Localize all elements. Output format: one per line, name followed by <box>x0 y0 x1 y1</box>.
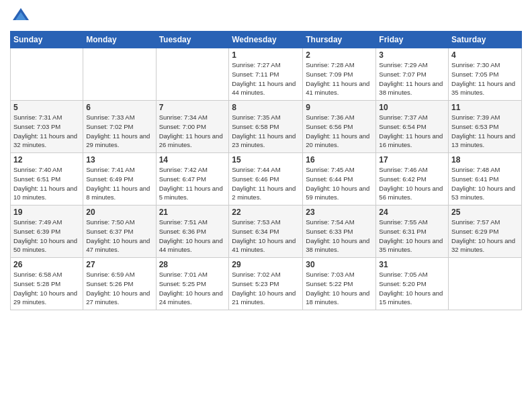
day-number: 8 <box>232 103 300 112</box>
day-number: 10 <box>379 103 445 112</box>
day-number: 22 <box>232 208 300 217</box>
day-info: Sunrise: 7:45 AM Sunset: 6:44 PM Dayligh… <box>306 165 373 202</box>
calendar-cell: 24Sunrise: 7:55 AM Sunset: 6:31 PM Dayli… <box>376 205 449 258</box>
calendar-cell: 22Sunrise: 7:53 AM Sunset: 6:34 PM Dayli… <box>229 205 303 258</box>
calendar-cell: 30Sunrise: 7:03 AM Sunset: 5:22 PM Dayli… <box>303 258 376 310</box>
day-info: Sunrise: 7:54 AM Sunset: 6:33 PM Dayligh… <box>306 218 373 255</box>
calendar-cell: 20Sunrise: 7:50 AM Sunset: 6:37 PM Dayli… <box>83 205 156 258</box>
calendar-cell <box>156 48 229 101</box>
weekday-header-sunday: Sunday <box>11 32 83 48</box>
day-number: 30 <box>306 260 373 269</box>
week-row-4: 26Sunrise: 6:58 AM Sunset: 5:28 PM Dayli… <box>11 258 522 310</box>
calendar-cell: 21Sunrise: 7:51 AM Sunset: 6:36 PM Dayli… <box>156 205 229 258</box>
day-info: Sunrise: 7:41 AM Sunset: 6:49 PM Dayligh… <box>86 165 152 202</box>
calendar-cell: 7Sunrise: 7:34 AM Sunset: 7:00 PM Daylig… <box>156 101 229 153</box>
day-info: Sunrise: 7:49 AM Sunset: 6:39 PM Dayligh… <box>13 218 80 255</box>
day-info: Sunrise: 7:37 AM Sunset: 6:54 PM Dayligh… <box>379 113 445 150</box>
day-info: Sunrise: 7:40 AM Sunset: 6:51 PM Dayligh… <box>13 165 80 202</box>
week-row-0: 1Sunrise: 7:27 AM Sunset: 7:11 PM Daylig… <box>11 48 522 101</box>
logo-icon <box>11 7 30 26</box>
day-number: 3 <box>379 50 445 60</box>
calendar-cell: 3Sunrise: 7:29 AM Sunset: 7:07 PM Daylig… <box>376 48 449 101</box>
calendar-table: SundayMondayTuesdayWednesdayThursdayFrid… <box>10 31 522 310</box>
day-number: 1 <box>232 50 300 60</box>
day-info: Sunrise: 7:35 AM Sunset: 6:58 PM Dayligh… <box>232 113 300 150</box>
calendar-cell: 8Sunrise: 7:35 AM Sunset: 6:58 PM Daylig… <box>229 101 303 153</box>
calendar-cell: 16Sunrise: 7:45 AM Sunset: 6:44 PM Dayli… <box>303 153 376 205</box>
day-number: 25 <box>451 208 519 217</box>
calendar-cell: 12Sunrise: 7:40 AM Sunset: 6:51 PM Dayli… <box>11 153 83 205</box>
day-info: Sunrise: 7:29 AM Sunset: 7:07 PM Dayligh… <box>379 60 445 97</box>
calendar-cell: 4Sunrise: 7:30 AM Sunset: 7:05 PM Daylig… <box>449 48 522 101</box>
weekday-header-friday: Friday <box>376 32 449 48</box>
calendar-cell: 10Sunrise: 7:37 AM Sunset: 6:54 PM Dayli… <box>376 101 449 153</box>
day-number: 21 <box>159 208 226 217</box>
day-info: Sunrise: 7:48 AM Sunset: 6:41 PM Dayligh… <box>451 165 519 202</box>
day-number: 16 <box>306 155 373 165</box>
calendar-cell: 31Sunrise: 7:05 AM Sunset: 5:20 PM Dayli… <box>376 258 449 310</box>
calendar-cell: 5Sunrise: 7:31 AM Sunset: 7:03 PM Daylig… <box>11 101 83 153</box>
day-info: Sunrise: 7:02 AM Sunset: 5:23 PM Dayligh… <box>232 270 300 307</box>
day-info: Sunrise: 7:36 AM Sunset: 6:56 PM Dayligh… <box>306 113 373 150</box>
page: SundayMondayTuesdayWednesdayThursdayFrid… <box>0 0 532 411</box>
weekday-header-tuesday: Tuesday <box>156 32 229 48</box>
day-info: Sunrise: 7:30 AM Sunset: 7:05 PM Dayligh… <box>451 60 519 97</box>
day-number: 7 <box>159 103 226 112</box>
day-info: Sunrise: 7:42 AM Sunset: 6:47 PM Dayligh… <box>159 165 226 202</box>
day-number: 12 <box>13 155 80 165</box>
week-row-2: 12Sunrise: 7:40 AM Sunset: 6:51 PM Dayli… <box>11 153 522 205</box>
day-number: 20 <box>86 208 152 217</box>
calendar-cell: 1Sunrise: 7:27 AM Sunset: 7:11 PM Daylig… <box>229 48 303 101</box>
day-number: 13 <box>86 155 152 165</box>
weekday-header-thursday: Thursday <box>303 32 376 48</box>
day-info: Sunrise: 7:03 AM Sunset: 5:22 PM Dayligh… <box>306 270 373 307</box>
weekday-header-monday: Monday <box>83 32 156 48</box>
calendar-cell: 26Sunrise: 6:58 AM Sunset: 5:28 PM Dayli… <box>11 258 83 310</box>
day-info: Sunrise: 7:34 AM Sunset: 7:00 PM Dayligh… <box>159 113 226 150</box>
calendar-cell: 23Sunrise: 7:54 AM Sunset: 6:33 PM Dayli… <box>303 205 376 258</box>
day-number: 31 <box>379 260 445 269</box>
day-number: 15 <box>232 155 300 165</box>
day-number: 24 <box>379 208 445 217</box>
day-info: Sunrise: 7:01 AM Sunset: 5:25 PM Dayligh… <box>159 270 226 307</box>
day-info: Sunrise: 7:05 AM Sunset: 5:20 PM Dayligh… <box>379 270 445 307</box>
calendar-cell: 27Sunrise: 6:59 AM Sunset: 5:26 PM Dayli… <box>83 258 156 310</box>
day-info: Sunrise: 7:53 AM Sunset: 6:34 PM Dayligh… <box>232 218 300 255</box>
weekday-header-saturday: Saturday <box>449 32 522 48</box>
calendar-cell: 14Sunrise: 7:42 AM Sunset: 6:47 PM Dayli… <box>156 153 229 205</box>
day-info: Sunrise: 7:27 AM Sunset: 7:11 PM Dayligh… <box>232 60 300 97</box>
day-info: Sunrise: 6:59 AM Sunset: 5:26 PM Dayligh… <box>86 270 152 307</box>
calendar-cell: 11Sunrise: 7:39 AM Sunset: 6:53 PM Dayli… <box>449 101 522 153</box>
calendar-cell: 2Sunrise: 7:28 AM Sunset: 7:09 PM Daylig… <box>303 48 376 101</box>
day-info: Sunrise: 7:28 AM Sunset: 7:09 PM Dayligh… <box>306 60 373 97</box>
day-number: 6 <box>86 103 152 112</box>
calendar-cell: 29Sunrise: 7:02 AM Sunset: 5:23 PM Dayli… <box>229 258 303 310</box>
day-number: 5 <box>13 103 80 112</box>
day-info: Sunrise: 7:44 AM Sunset: 6:46 PM Dayligh… <box>232 165 300 202</box>
day-number: 17 <box>379 155 445 165</box>
day-number: 29 <box>232 260 300 269</box>
calendar-cell: 15Sunrise: 7:44 AM Sunset: 6:46 PM Dayli… <box>229 153 303 205</box>
day-info: Sunrise: 7:46 AM Sunset: 6:42 PM Dayligh… <box>379 165 445 202</box>
day-number: 2 <box>306 50 373 60</box>
day-info: Sunrise: 6:58 AM Sunset: 5:28 PM Dayligh… <box>13 270 80 307</box>
day-number: 28 <box>159 260 226 269</box>
header <box>10 7 522 26</box>
day-info: Sunrise: 7:55 AM Sunset: 6:31 PM Dayligh… <box>379 218 445 255</box>
day-number: 26 <box>13 260 80 269</box>
day-info: Sunrise: 7:39 AM Sunset: 6:53 PM Dayligh… <box>451 113 519 150</box>
day-number: 27 <box>86 260 152 269</box>
calendar-cell: 9Sunrise: 7:36 AM Sunset: 6:56 PM Daylig… <box>303 101 376 153</box>
weekday-header-wednesday: Wednesday <box>229 32 303 48</box>
day-number: 4 <box>451 50 519 60</box>
day-number: 19 <box>13 208 80 217</box>
day-info: Sunrise: 7:57 AM Sunset: 6:29 PM Dayligh… <box>451 218 519 255</box>
calendar-cell <box>83 48 156 101</box>
calendar-cell: 25Sunrise: 7:57 AM Sunset: 6:29 PM Dayli… <box>449 205 522 258</box>
day-info: Sunrise: 7:50 AM Sunset: 6:37 PM Dayligh… <box>86 218 152 255</box>
weekday-header-row: SundayMondayTuesdayWednesdayThursdayFrid… <box>11 32 522 48</box>
day-info: Sunrise: 7:31 AM Sunset: 7:03 PM Dayligh… <box>13 113 80 150</box>
week-row-3: 19Sunrise: 7:49 AM Sunset: 6:39 PM Dayli… <box>11 205 522 258</box>
calendar-cell: 6Sunrise: 7:33 AM Sunset: 7:02 PM Daylig… <box>83 101 156 153</box>
day-number: 9 <box>306 103 373 112</box>
